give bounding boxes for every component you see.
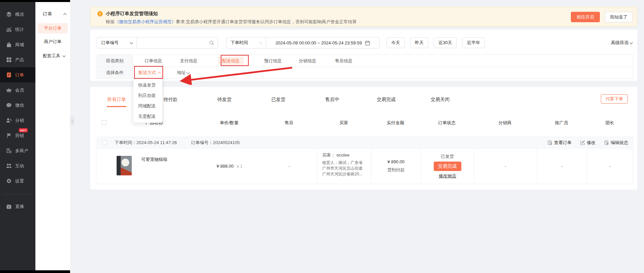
col-buyer: 买家 <box>317 120 371 126</box>
filter-panel: 筛选类别 订单信息 支付信息 配送信息 预订信息 分销信息 售后信息 选择条件 … <box>97 55 633 79</box>
search-icon[interactable] <box>209 40 214 45</box>
search-row: 订单编号 下单时间 2024-05-09 00:00:00 ~ 2024-05-… <box>97 37 633 48</box>
quantity: x 1 <box>237 164 242 169</box>
sidebar-item-distribution[interactable]: 分销 <box>0 113 35 128</box>
delivery-method-dropdown-toggle[interactable]: 配送方式 <box>139 70 160 76</box>
time-type-select[interactable]: 下单时间 <box>226 37 266 48</box>
view-order-button[interactable]: 查看订单 <box>548 140 572 146</box>
sidebar-item-interaction[interactable]: 互动 <box>0 158 35 173</box>
tab-aftersale[interactable]: 售后中 <box>312 92 352 107</box>
order-row-header: 下单时间：2024-05-24 11:47:26 订单编号：2024052410… <box>97 137 633 148</box>
menu-item-city-delivery[interactable]: 同城配送 <box>133 101 162 111</box>
chevron-up-icon <box>158 71 161 75</box>
condition-row-label: 选择条件 <box>97 67 133 78</box>
menu-item-no-delivery[interactable]: 无需配送 <box>133 111 162 122</box>
paid-amount-cell: ¥ 890.00 货到付款 <box>371 148 421 184</box>
quick-range-30days[interactable]: 近30天 <box>434 37 457 48</box>
col-leader: 团长 <box>586 120 633 126</box>
sidebar-item-merchant-orders[interactable]: 商户订单 <box>35 37 70 47</box>
submenu-orders-group[interactable]: 订单 <box>35 9 70 19</box>
filter-card: 订单编号 下单时间 2024-05-09 00:00:00 ~ 2024-05-… <box>90 30 637 81</box>
order-row-group: 下单时间：2024-05-24 11:47:26 订单编号：2024052410… <box>97 137 633 184</box>
warning-icon: ! <box>97 11 103 16</box>
buyer-name: 买家： ecolee <box>322 152 370 158</box>
proxy-order-button[interactable]: 代客下单 <box>601 94 628 104</box>
sidebar-item-overview[interactable]: 概况 <box>0 7 35 22</box>
sidebar-item-orders[interactable]: 订单 <box>0 67 35 82</box>
address-dropdown-toggle[interactable]: 地址 <box>177 70 190 76</box>
submenu-tools-group[interactable]: 配套工具 <box>35 51 70 61</box>
sidebar-item-platform-orders[interactable]: 平台订单 <box>38 23 68 33</box>
quick-range-halfyear[interactable]: 近半年 <box>462 37 485 48</box>
edit-status-icon <box>604 140 609 145</box>
search-input[interactable] <box>137 37 218 48</box>
secondary-sidebar: 订单 平台订单 商户订单 配套工具 <box>35 0 70 273</box>
filter-condition-row: 选择条件 配送方式 地址 <box>97 67 633 78</box>
header-checkbox-cell <box>97 120 111 126</box>
category-order-info[interactable]: 订单信息 <box>135 58 172 64</box>
complete-trade-button[interactable]: 交易完成 <box>434 162 461 171</box>
edit-logistics-link[interactable]: 修改物流 <box>439 173 456 179</box>
sidebar-item-settings[interactable]: 设置 <box>0 173 35 189</box>
select-all-checkbox[interactable] <box>102 120 106 125</box>
window-top-edge <box>0 0 70 2</box>
tab-completed[interactable]: 交易完成 <box>366 92 406 107</box>
edit-order-button[interactable]: 修改 <box>580 140 595 146</box>
sidebar-divider <box>3 194 32 194</box>
sidebar-item-products[interactable]: 产品 <box>0 52 35 67</box>
sidebar-item-members[interactable]: 会员 <box>0 82 35 98</box>
sidebar-item-mall[interactable]: 商城 <box>0 37 35 52</box>
chevron-down-icon <box>62 54 66 57</box>
advanced-filter-toggle[interactable]: 高级筛选 <box>611 40 633 46</box>
edit-status-button[interactable]: 编辑状态 <box>604 140 628 146</box>
quick-range-today[interactable]: 今天 <box>387 37 405 48</box>
tab-pending-shipment[interactable]: 待发货 <box>205 92 244 107</box>
detail-checkbox-cell <box>97 148 112 184</box>
two-people-icon <box>6 163 12 169</box>
table-header: 产品名称 单价/数量 售后 买家 实付金额 订单状态 分销商 推广员 团长 <box>97 118 633 128</box>
sidebar-item-stats[interactable]: 统计 <box>0 22 35 37</box>
promoter-cell: - <box>537 148 587 184</box>
category-aftersale-info[interactable]: 售后信息 <box>325 58 362 64</box>
status-shipped: 已发货 <box>441 153 454 160</box>
search-type-select[interactable]: 订单编号 <box>97 37 137 48</box>
order-status-cell: 已发货 交易完成 修改物流 <box>421 148 474 184</box>
quick-range-yesterday[interactable]: 昨天 <box>410 37 428 48</box>
sidebar-item-wechat[interactable]: 微信 <box>0 98 35 113</box>
distributor-cell: - <box>474 148 537 184</box>
chevron-down-icon <box>630 41 633 44</box>
address-line-3: 广州天河区沙泰路20... <box>322 171 370 177</box>
category-distribution-info[interactable]: 分销信息 <box>290 58 325 64</box>
category-reservation-info[interactable]: 预订信息 <box>256 58 290 64</box>
store-plus-icon <box>6 148 12 153</box>
chevron-up-icon <box>63 13 67 16</box>
order-number: 订单编号：20240524105 <box>191 140 240 146</box>
flag-icon <box>6 133 12 138</box>
filter-category-row: 筛选类别 订单信息 支付信息 配送信息 预订信息 分销信息 售后信息 <box>97 55 633 67</box>
primary-sidebar: 概况 统计 商城 产品 订单 会员 微信 分销 营销 HOT 多商户 互动 <box>0 0 35 273</box>
search-input-wrap <box>137 37 218 48</box>
category-payment-info[interactable]: 支付信息 <box>172 58 206 64</box>
window-bottom-edge <box>0 270 70 273</box>
orders-card: 所有订单 待付款 待发货 已发货 售后中 交易完成 交易关闭 代客下单 产品名称… <box>90 87 637 190</box>
tab-shipped[interactable]: 已发货 <box>258 92 298 107</box>
tab-closed[interactable]: 交易关闭 <box>420 92 460 107</box>
date-range-picker[interactable]: 2024-05-09 00:00:00 ~ 2024-05-24 23:59:5… <box>266 37 379 48</box>
sidebar-item-marketing[interactable]: 营销 HOT <box>0 128 35 143</box>
sidebar-collapse-handle[interactable]: ‹ <box>70 116 74 126</box>
sidebar-item-multi-merchant[interactable]: 多商户 <box>0 143 35 158</box>
tab-all-orders[interactable]: 所有订单 <box>97 92 136 107</box>
go-enable-button[interactable]: 前往开启 <box>571 12 600 22</box>
menu-item-pickup[interactable]: 到店自提 <box>133 90 162 101</box>
order-row-actions: 查看订单 修改 编辑状态 <box>548 140 628 146</box>
acknowledge-button[interactable]: 我知道了 <box>605 12 633 22</box>
col-paid-amount: 实付金额 <box>371 120 420 126</box>
row-checkbox[interactable] <box>102 140 107 145</box>
menu-item-express[interactable]: 快递发货 <box>133 80 162 90</box>
spec-link[interactable]: 《微信交易类小程序运营规范》 <box>115 19 176 24</box>
people-icon <box>6 117 12 123</box>
col-aftersale: 售后 <box>261 120 317 126</box>
category-delivery-info[interactable]: 配送信息 <box>206 58 256 64</box>
product-image[interactable] <box>117 156 132 175</box>
sidebar-item-live[interactable]: 直播 <box>0 199 35 214</box>
